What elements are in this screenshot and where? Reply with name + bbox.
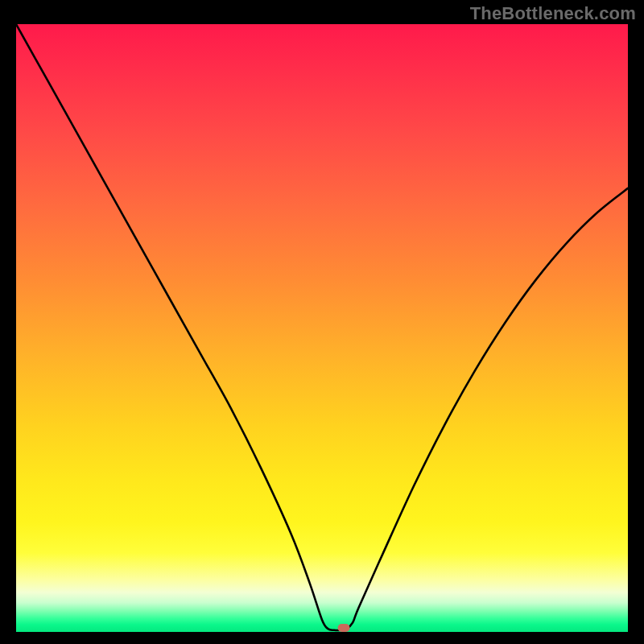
- curve-svg: [16, 24, 628, 632]
- watermark-text: TheBottleneck.com: [470, 3, 636, 24]
- bottleneck-curve: [16, 24, 628, 630]
- chart-frame: TheBottleneck.com: [0, 0, 644, 644]
- plot-area: [16, 24, 628, 632]
- optimal-point-marker: [338, 624, 350, 632]
